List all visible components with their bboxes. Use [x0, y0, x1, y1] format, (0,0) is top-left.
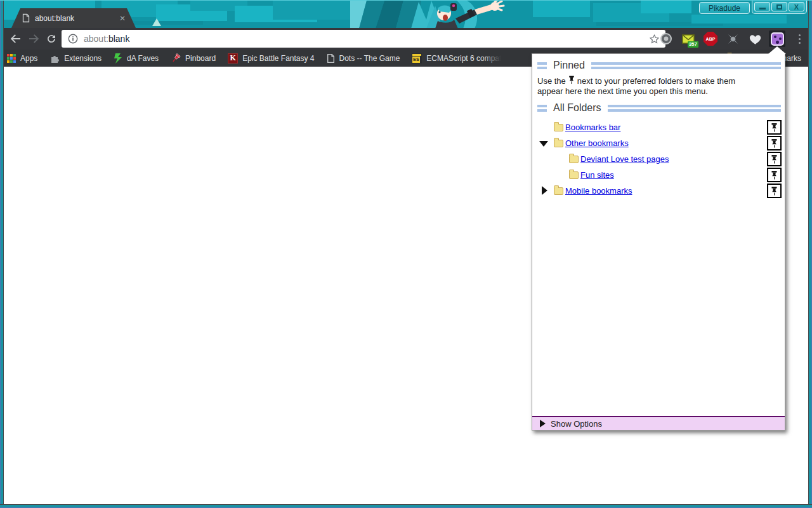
instruction-after: next to your preferred folders to make t…: [537, 76, 735, 96]
deviantart-bolt-icon: [114, 53, 122, 64]
profile-name: Pikadude: [709, 4, 740, 13]
page-icon: [327, 53, 335, 64]
extension-cross-icon[interactable]: [724, 30, 741, 47]
reload-button[interactable]: [45, 32, 58, 45]
heading-line-right: [608, 105, 781, 112]
theme-pattern-block: [533, 1, 590, 17]
bookmark-pinboard[interactable]: Pinboard: [171, 53, 216, 64]
bookmark-label: ECMAScript 6 compat: [426, 54, 501, 63]
pin-button[interactable]: [767, 152, 782, 166]
tree-row-bookmarks-bar: Bookmarks bar: [532, 119, 785, 135]
bookmark-ecmascript[interactable]: ES ECMAScript 6 compat: [412, 53, 501, 64]
apps-grid-icon: [7, 54, 16, 63]
pushpin-icon: [568, 76, 575, 84]
pin-button[interactable]: [767, 120, 782, 135]
minimize-button[interactable]: [754, 2, 770, 11]
bookmark-label: Pinboard: [185, 54, 216, 63]
es6-icon-text: ES: [412, 57, 419, 63]
back-icon: [10, 34, 21, 44]
heading-line-left: [537, 105, 547, 112]
all-folders-section-heading: All Folders: [537, 102, 781, 114]
theme-pattern-block: [691, 15, 787, 23]
pinned-heading-text: Pinned: [553, 60, 585, 71]
pushpin-icon: [770, 123, 778, 133]
show-options-bar[interactable]: Show Options: [532, 416, 785, 430]
abp-octagon-icon: ABP: [704, 32, 717, 46]
close-button[interactable]: X: [789, 2, 804, 11]
page-icon: [22, 13, 30, 23]
bookmark-apps[interactable]: Apps: [7, 54, 37, 63]
folder-icon: [554, 187, 563, 195]
bookmark-extensions[interactable]: Extensions: [49, 53, 102, 64]
kongregate-k-icon: K: [228, 53, 238, 64]
tree-row-other-bookmarks: Other bookmarks: [532, 135, 785, 151]
heading-line-left: [537, 62, 547, 69]
extension-dice-icon[interactable]: [769, 30, 785, 47]
extension-donut-icon[interactable]: [658, 30, 674, 47]
reload-icon: [46, 33, 57, 44]
red-pushpin-icon: [171, 53, 181, 64]
folder-icon: [569, 171, 579, 179]
folder-link[interactable]: Bookmarks bar: [565, 123, 620, 132]
folder-link[interactable]: Fun sites: [580, 170, 614, 180]
tab-about-blank[interactable]: about:blank ✕: [11, 8, 136, 28]
bookmark-da-faves[interactable]: dA Faves: [114, 53, 159, 64]
folder-icon: [554, 140, 563, 147]
address-bar[interactable]: about:blank: [62, 30, 665, 48]
window-frame-left: [0, 1, 4, 508]
tree-row-mobile-bookmarks: Mobile bookmarks: [532, 183, 785, 199]
maximize-button[interactable]: [771, 2, 787, 11]
pin-button[interactable]: [767, 184, 782, 198]
bookmark-label: dA Faves: [127, 54, 159, 63]
popup-callout-arrow: [768, 46, 786, 54]
pushpin-icon: [770, 138, 778, 149]
show-options-label: Show Options: [551, 419, 602, 429]
toolbar: about:blank 357 ABP: [1, 28, 811, 50]
expand-triangle-icon: [540, 420, 546, 427]
close-icon: X: [794, 3, 799, 11]
folder-tree: Bookmarks bar Other bookmarks Deviant Lo…: [532, 119, 785, 199]
folder-link[interactable]: Other bookmarks: [565, 138, 629, 148]
tab-title: about:blank: [35, 14, 119, 23]
dice-icon: [771, 32, 784, 46]
collapse-triangle-icon[interactable]: [539, 141, 548, 147]
x-cross-icon: [727, 33, 739, 45]
tab-close-icon[interactable]: ✕: [119, 14, 126, 23]
puzzle-icon: [49, 53, 60, 64]
maximize-icon: [776, 4, 782, 10]
folder-icon: [554, 124, 563, 131]
window-frame-top: [0, 0, 812, 1]
extension-adblock-icon[interactable]: ABP: [702, 30, 719, 47]
all-folders-heading-text: All Folders: [553, 102, 601, 114]
browser-window: Pikadude X about:blank ✕: [0, 0, 812, 508]
kebab-menu-icon: [799, 34, 801, 44]
expand-triangle-icon[interactable]: [542, 186, 547, 195]
donut-icon: [660, 32, 672, 45]
folder-icon: [569, 156, 579, 163]
window-controls: X: [752, 1, 807, 14]
bookmark-dots-game[interactable]: Dots -- The Game: [327, 53, 400, 64]
mail-count-badge: 357: [688, 41, 698, 48]
pushpin-icon: [770, 154, 778, 164]
extension-mail-icon[interactable]: 357: [680, 30, 697, 47]
url-path: blank: [108, 34, 129, 44]
back-button[interactable]: [9, 32, 22, 45]
info-icon[interactable]: [68, 34, 78, 44]
forward-button[interactable]: [28, 32, 41, 45]
tree-row-fun-sites: Fun sites: [532, 167, 785, 183]
bookmark-epic-battle-fantasy[interactable]: K Epic Battle Fantasy 4: [228, 53, 314, 64]
window-frame-right: [808, 1, 812, 508]
pin-button[interactable]: [767, 168, 782, 182]
folder-link[interactable]: Mobile bookmarks: [565, 186, 632, 196]
heading-line-right: [591, 62, 781, 69]
extension-heart-icon[interactable]: [747, 30, 763, 47]
browser-menu-button[interactable]: [791, 30, 808, 47]
folder-link[interactable]: Deviant Love test pages: [580, 154, 669, 164]
instruction-before: Use the: [537, 76, 566, 86]
theme-artwork: [350, 1, 534, 28]
theme-pattern-block: [641, 1, 691, 13]
window-frame-bottom: [0, 504, 812, 508]
profile-button[interactable]: Pikadude: [699, 2, 750, 14]
pinned-section-heading: Pinned: [537, 60, 781, 71]
pin-button[interactable]: [767, 136, 782, 150]
